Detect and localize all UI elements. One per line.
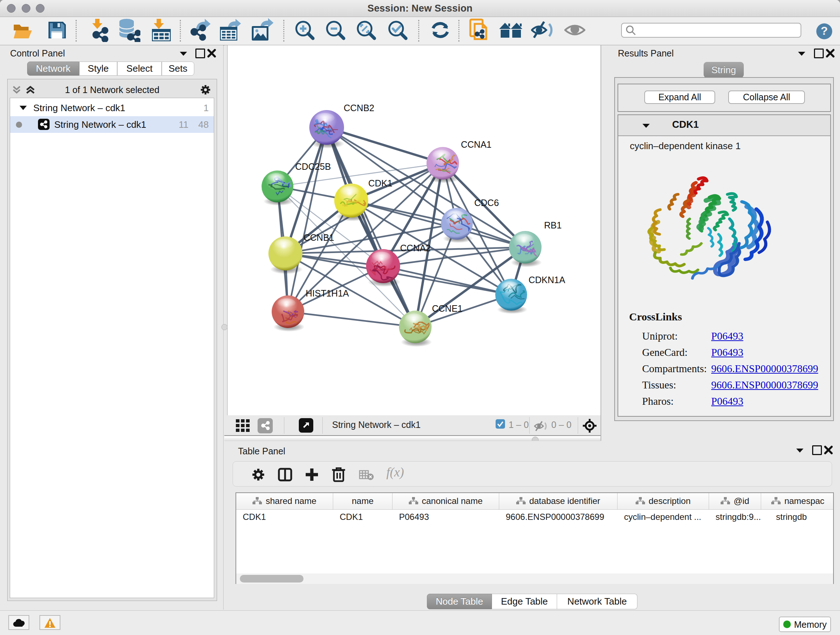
svg-text:RB1: RB1 <box>544 220 562 230</box>
svg-text:CCNE1: CCNE1 <box>432 303 463 314</box>
svg-text:?: ? <box>821 24 828 37</box>
svg-text:CDKN1A: CDKN1A <box>529 275 565 285</box>
svg-text:CDK1: CDK1 <box>368 178 393 188</box>
svg-text:CCNB1: CCNB1 <box>303 233 334 242</box>
svg-text:CCNA2: CCNA2 <box>400 243 431 253</box>
svg-text:CDC6: CDC6 <box>474 198 499 208</box>
svg-text:CCNB2: CCNB2 <box>344 103 374 113</box>
svg-text:HIST1H1A: HIST1H1A <box>306 288 349 298</box>
svg-text:CCNA1: CCNA1 <box>461 139 492 149</box>
svg-text:CDC25B: CDC25B <box>295 162 331 172</box>
